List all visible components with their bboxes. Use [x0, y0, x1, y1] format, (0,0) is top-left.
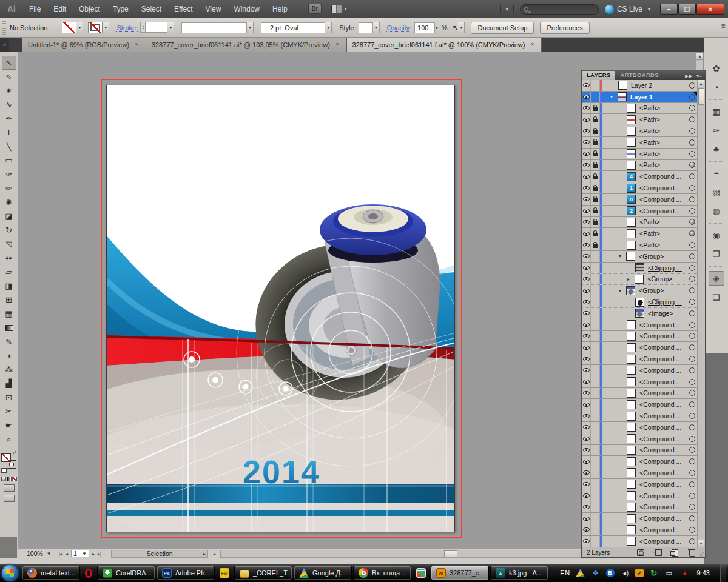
layer-row[interactable]: <Path>	[582, 239, 697, 251]
arrange-documents-icon[interactable]	[331, 5, 342, 13]
tool-hand[interactable]: ☛	[2, 418, 16, 432]
tool-rectangle[interactable]: ▭	[2, 153, 16, 167]
layer-label[interactable]: <Path>	[639, 150, 660, 158]
lock-icon[interactable]	[591, 445, 600, 456]
layer-label[interactable]: <Compound ...	[639, 355, 681, 363]
eye-icon[interactable]	[582, 501, 591, 512]
tool-paintbrush[interactable]: ✑	[2, 167, 16, 181]
lock-icon[interactable]	[591, 274, 600, 285]
lock-icon[interactable]	[591, 92, 600, 102]
lock-icon[interactable]	[591, 433, 600, 444]
lock-icon[interactable]	[591, 331, 600, 342]
last-artboard-icon[interactable]: ▸|	[98, 551, 101, 557]
target-icon[interactable]	[687, 253, 697, 259]
layer-row[interactable]: ▾<Group>	[582, 251, 697, 263]
target-icon[interactable]	[687, 424, 697, 430]
layer-label[interactable]: <Compound ...	[639, 184, 681, 192]
disclosure-icon[interactable]: ▾	[619, 288, 626, 293]
tool-shape-builder[interactable]: ◨	[2, 279, 16, 293]
stroke-color-dropdown-icon[interactable]: ▾	[76, 22, 83, 33]
lock-icon[interactable]	[591, 319, 600, 330]
fill-color-swatch[interactable]	[88, 22, 103, 33]
lock-icon[interactable]	[591, 365, 600, 376]
dock-appearance-icon[interactable]: ◉	[709, 228, 724, 242]
layer-label[interactable]: <Path>	[639, 104, 660, 112]
layer-label[interactable]: <Compound ...	[639, 412, 681, 420]
taskbar-button-firefox[interactable]: metal text...	[22, 566, 80, 580]
stroke-weight-stepper[interactable]: ▲▼	[140, 22, 146, 33]
layer-label[interactable]: <Compound ...	[639, 515, 681, 522]
layer-row[interactable]: <Path>	[582, 228, 697, 239]
target-icon[interactable]	[687, 322, 697, 328]
screen-mode-button[interactable]	[4, 495, 15, 502]
lock-icon[interactable]	[591, 376, 600, 387]
opacity-link[interactable]: Opacity:	[387, 24, 411, 32]
layers-scroll-up-icon[interactable]: ▲	[698, 80, 704, 87]
eye-icon[interactable]	[582, 296, 591, 307]
menu-help[interactable]: Help	[272, 4, 288, 15]
target-icon[interactable]	[687, 458, 697, 464]
lock-icon[interactable]	[591, 490, 600, 501]
menu-object[interactable]: Object	[79, 4, 100, 15]
layers-scroll-thumb[interactable]	[698, 88, 704, 105]
dock-swatches-icon[interactable]: ▦	[709, 104, 724, 119]
eye-icon[interactable]	[582, 376, 591, 387]
lock-icon[interactable]	[591, 342, 600, 353]
start-button[interactable]	[2, 565, 18, 581]
status-tool-indicator[interactable]: Selection ▸	[111, 550, 208, 558]
taskbar-button-chrome[interactable]: Вх. поща ...	[353, 566, 411, 580]
target-icon[interactable]	[687, 151, 697, 157]
target-icon[interactable]	[687, 515, 697, 521]
lock-icon[interactable]	[591, 501, 600, 512]
default-fill-stroke-icon[interactable]	[1, 468, 7, 473]
layer-row[interactable]: ▸<Group>	[582, 274, 697, 286]
layer-row[interactable]: <Compound ...	[582, 422, 697, 433]
tool-line-segment[interactable]: ╲	[2, 139, 16, 153]
artboard-page[interactable]: 2014	[106, 85, 455, 532]
tool-free-transform[interactable]: ▱	[2, 265, 16, 279]
eye-icon[interactable]	[582, 217, 591, 228]
layer-row[interactable]: <Compound ...	[582, 536, 697, 547]
dock-artboards-icon[interactable]: ❏	[709, 290, 724, 304]
brush-definition-field[interactable]: · 2 pt. Oval	[261, 22, 325, 33]
lock-icon[interactable]	[591, 263, 600, 273]
layer-label[interactable]: <Path>	[639, 161, 660, 169]
lock-icon[interactable]	[591, 171, 600, 182]
layer-row[interactable]: <Path>	[582, 114, 697, 125]
preferences-button[interactable]: Preferences	[540, 22, 589, 34]
layer-row[interactable]: <Compound ...	[582, 433, 697, 445]
target-icon[interactable]	[687, 413, 697, 419]
layer-label[interactable]: <Compound ...	[639, 389, 681, 396]
tool-pencil[interactable]: ✏	[2, 181, 16, 195]
stroke-link[interactable]: Stroke:	[116, 24, 138, 32]
eye-icon[interactable]	[582, 353, 591, 364]
taskbar-button-opera[interactable]	[81, 566, 96, 580]
tool-eraser[interactable]: ◪	[2, 209, 16, 223]
dock-color-icon[interactable]: ✿	[709, 61, 724, 76]
titlebar-dropdown-icon[interactable]: ▾	[500, 5, 514, 13]
zoom-level[interactable]: 100%	[27, 550, 43, 557]
layer-row[interactable]: <Compound ...	[582, 376, 697, 388]
opacity-mask-dropdown-icon[interactable]: ▾	[458, 22, 465, 33]
target-icon[interactable]	[687, 208, 697, 214]
target-icon[interactable]	[687, 162, 697, 168]
lock-icon[interactable]	[591, 536, 600, 547]
eye-icon[interactable]	[582, 513, 591, 524]
eye-icon[interactable]	[582, 433, 591, 444]
fill-color-dropdown-icon[interactable]: ▾	[103, 22, 109, 33]
menu-file[interactable]: File	[29, 4, 41, 15]
lock-icon[interactable]	[591, 296, 600, 307]
target-icon[interactable]	[687, 356, 697, 362]
layer-label[interactable]: <Clipping ...	[648, 298, 682, 306]
layer-label[interactable]: <Compound ...	[639, 378, 681, 386]
target-icon[interactable]	[687, 299, 697, 305]
style-dropdown-icon[interactable]: ▾	[373, 22, 380, 33]
bluetooth-tray-icon[interactable]: B	[606, 569, 615, 577]
layer-row[interactable]: <Compound ...	[582, 342, 697, 353]
lock-icon[interactable]	[591, 228, 600, 239]
target-icon[interactable]	[687, 242, 697, 248]
layer-label[interactable]: <Compound ...	[639, 481, 681, 488]
lock-icon[interactable]	[591, 149, 600, 159]
eye-icon[interactable]	[582, 331, 591, 342]
layer-label[interactable]: <Path>	[639, 241, 660, 249]
